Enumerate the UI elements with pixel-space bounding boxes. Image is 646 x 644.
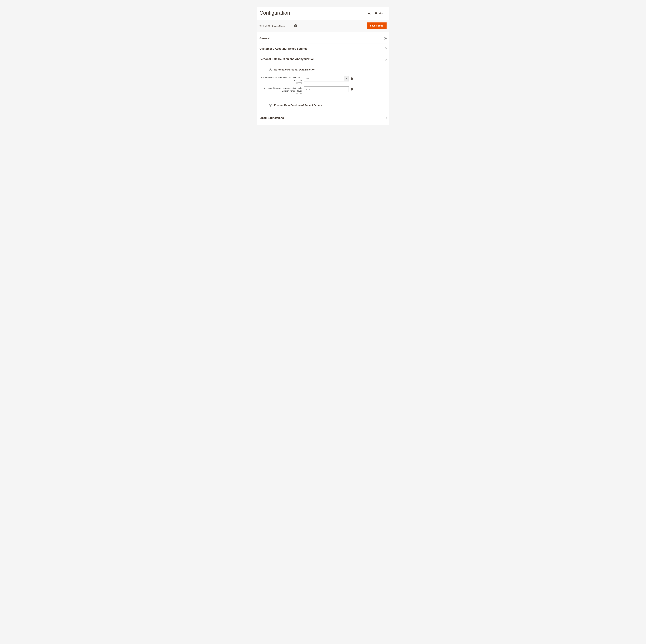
search-icon[interactable] bbox=[367, 11, 371, 15]
help-icon[interactable]: ? bbox=[350, 77, 353, 80]
field-control: ? bbox=[304, 86, 353, 92]
chevron-down-icon bbox=[384, 48, 387, 50]
scope-value: Default Config bbox=[272, 25, 285, 27]
section-title: Customer's Account Privacy Settings bbox=[259, 47, 307, 50]
user-name: admin bbox=[379, 12, 384, 14]
section-deletion-body: Automatic Personal Data Deletion Delete … bbox=[259, 64, 387, 113]
caret-down-icon: ▼ bbox=[286, 25, 288, 27]
subsection-title: Prevent Data Deletion of Recent Orders bbox=[274, 104, 322, 107]
field-label-col: Delete Personal Data of Abandoned Custom… bbox=[259, 76, 304, 84]
field-label: Abandoned Customer's Accounts Automatic … bbox=[259, 87, 302, 92]
subsection-title: Automatic Personal Data Deletion bbox=[274, 68, 315, 71]
scope-select[interactable]: Default Config ▼ bbox=[272, 25, 288, 27]
field-label-col: Abandoned Customer's Accounts Automatic … bbox=[259, 86, 304, 94]
field-scope: [global] bbox=[259, 82, 302, 84]
chevron-down-icon bbox=[384, 117, 387, 119]
field-deletion-period: Abandoned Customer's Accounts Automatic … bbox=[259, 86, 387, 96]
select-value: Yes bbox=[304, 76, 344, 81]
field-control: Yes ? bbox=[304, 76, 353, 81]
user-menu[interactable]: admin ▼ bbox=[374, 11, 387, 14]
select-delete-abandoned[interactable]: Yes bbox=[304, 76, 349, 81]
help-icon[interactable]: ? bbox=[294, 24, 297, 27]
caret-down-icon: ▼ bbox=[385, 12, 387, 14]
section-title: Email Notifications bbox=[259, 116, 284, 119]
chevron-up-icon bbox=[384, 58, 387, 61]
field-label: Delete Personal Data of Abandoned Custom… bbox=[259, 76, 302, 82]
select-arrow bbox=[344, 76, 348, 81]
auto-deletion-fields: Delete Personal Data of Abandoned Custom… bbox=[259, 74, 387, 99]
svg-marker-2 bbox=[346, 78, 347, 79]
header-actions: admin ▼ bbox=[367, 11, 387, 15]
chevron-down-icon bbox=[384, 37, 387, 40]
section-privacy[interactable]: Customer's Account Privacy Settings bbox=[259, 44, 387, 54]
config-panel: Configuration admin ▼ Store View: Defaul… bbox=[257, 7, 389, 125]
chevron-down-icon bbox=[269, 104, 272, 107]
page-title: Configuration bbox=[259, 10, 290, 16]
section-deletion[interactable]: Personal Data Deletion and Anonymization bbox=[259, 54, 387, 64]
svg-point-0 bbox=[368, 12, 370, 14]
svg-line-1 bbox=[370, 13, 370, 14]
save-config-button[interactable]: Save Config bbox=[367, 22, 387, 29]
toolbar: Store View: Default Config ▼ ? Save Conf… bbox=[257, 20, 389, 32]
section-email[interactable]: Email Notifications bbox=[259, 113, 387, 123]
scope-label: Store View: bbox=[259, 25, 270, 27]
subsection-auto-deletion[interactable]: Automatic Personal Data Deletion bbox=[259, 64, 387, 74]
field-scope: [global] bbox=[259, 93, 302, 94]
help-icon[interactable]: ? bbox=[350, 88, 353, 91]
field-delete-abandoned: Delete Personal Data of Abandoned Custom… bbox=[259, 75, 387, 86]
section-general[interactable]: General bbox=[259, 33, 387, 44]
section-title: General bbox=[259, 37, 270, 40]
person-icon bbox=[374, 11, 378, 14]
section-title: Personal Data Deletion and Anonymization bbox=[259, 58, 315, 61]
chevron-up-icon bbox=[269, 68, 272, 71]
sections: General Customer's Account Privacy Setti… bbox=[257, 32, 389, 125]
subsection-prevent-deletion[interactable]: Prevent Data Deletion of Recent Orders bbox=[259, 100, 387, 111]
scope-group: Store View: Default Config ▼ ? bbox=[259, 24, 297, 27]
input-deletion-period[interactable] bbox=[304, 86, 349, 92]
page-header: Configuration admin ▼ bbox=[257, 7, 389, 20]
